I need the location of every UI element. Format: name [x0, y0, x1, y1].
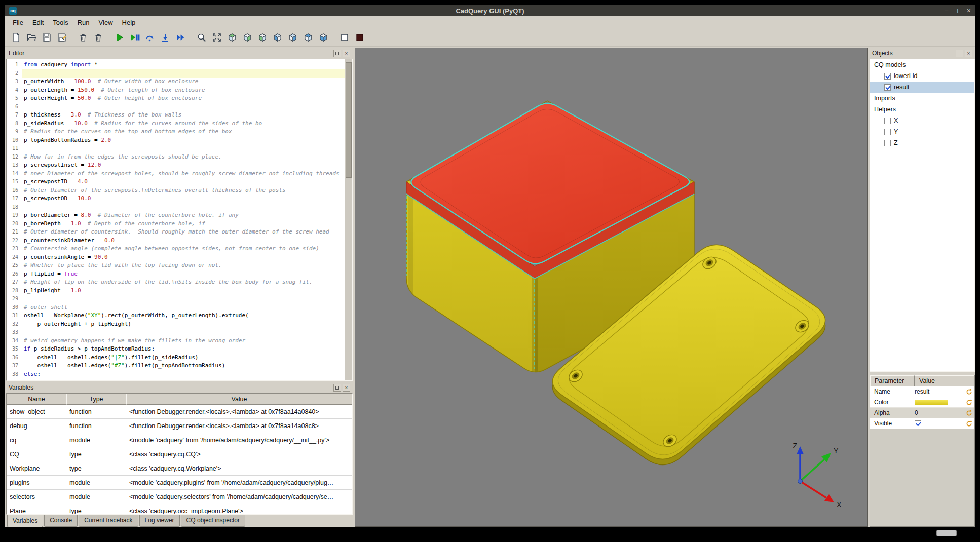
fit-all-button[interactable] — [210, 30, 223, 44]
variable-row-plugins[interactable]: pluginsmodule<module 'cadquery.plugins' … — [7, 476, 352, 490]
code-line[interactable]: 11 — [7, 144, 345, 153]
code-line[interactable]: 37 oshell = oshell.edges("#Z").fillet(p_… — [7, 362, 345, 370]
new-script-button[interactable] — [9, 30, 23, 44]
code-line[interactable]: 29 — [7, 295, 345, 303]
code-area[interactable]: 1from cadquery import *23p_outerWidth = … — [7, 59, 345, 380]
continue-button[interactable] — [173, 30, 187, 44]
code-line[interactable]: 31oshell = Workplane("XY").rect(p_outerW… — [7, 312, 345, 320]
debug-button[interactable] — [128, 30, 141, 44]
tree-item-lowerlid[interactable]: lowerLid — [870, 70, 974, 82]
code-line[interactable]: 12# How far in from the edges the screwp… — [7, 153, 345, 162]
code-line[interactable]: 33 — [7, 328, 345, 337]
code-line[interactable]: 23# Countersink angle (complete angle be… — [7, 245, 345, 253]
code-line[interactable]: 32 p_outerHeight + p_lipHeight) — [7, 320, 345, 329]
code-line[interactable]: 16# Outer Diameter of the screwposts.\nD… — [7, 186, 345, 195]
code-line[interactable]: 5p_outerHeight = 50.0 # Outer height of … — [7, 94, 345, 103]
tab-current-traceback[interactable]: Current traceback — [79, 515, 138, 527]
code-line[interactable]: 25# Whether to place the lid with the to… — [7, 261, 345, 270]
code-editor[interactable]: 1from cadquery import *23p_outerWidth = … — [6, 59, 353, 381]
code-line[interactable]: 26p_flipLid = True — [7, 270, 345, 279]
step-over-button[interactable] — [143, 30, 157, 44]
stop-button[interactable] — [353, 30, 366, 44]
code-line[interactable]: 19p_boreDiameter = 8.0 # Diameter of the… — [7, 211, 345, 220]
code-line[interactable]: 4p_outerLength = 150.0 # Outer length of… — [7, 86, 345, 95]
reset-icon[interactable] — [963, 399, 974, 406]
variables-float-button[interactable] — [333, 384, 341, 392]
tree-item-result[interactable]: result — [870, 82, 974, 93]
code-line[interactable]: 13p_screwpostInset = 12.0 — [7, 161, 345, 170]
code-line[interactable]: 1from cadquery import * — [7, 61, 345, 69]
editor-scrollbar-thumb[interactable] — [346, 62, 352, 178]
minimize-button[interactable]: − — [944, 6, 948, 16]
tree-item-helpers[interactable]: Helpers — [870, 104, 974, 115]
objects-close-button[interactable]: × — [965, 50, 972, 57]
column-header-type[interactable]: Type — [66, 394, 126, 405]
save-script-button[interactable] — [40, 30, 53, 44]
tree-item-y[interactable]: Y — [870, 126, 974, 137]
tree-item-x[interactable]: X — [870, 115, 974, 126]
menu-run[interactable]: Run — [73, 17, 94, 28]
code-line[interactable]: 20p_boreDepth = 1.0 # Depth of the count… — [7, 220, 345, 228]
param-value[interactable] — [915, 420, 963, 427]
viewport-3d[interactable]: Z Y X — [355, 48, 868, 527]
code-line[interactable]: 34# weird geometry happens if we make th… — [7, 337, 345, 345]
right-view-button[interactable] — [286, 30, 299, 44]
code-line[interactable]: 28p_lipHeight = 1.0 — [7, 287, 345, 295]
tab-log-viewer[interactable]: Log viewer — [139, 515, 180, 527]
menu-edit[interactable]: Edit — [28, 17, 48, 28]
checkbox[interactable] — [884, 73, 891, 80]
code-line[interactable]: 21# Outer diameter of countersink. Shoul… — [7, 228, 345, 237]
top-view-button[interactable] — [301, 30, 315, 44]
editor-scrollbar[interactable] — [345, 59, 352, 380]
open-script-button[interactable] — [24, 30, 38, 44]
checkbox[interactable] — [884, 129, 891, 135]
param-value[interactable] — [915, 400, 963, 405]
code-line[interactable]: 22p_countersinkDiameter = 0.0 — [7, 237, 345, 245]
code-line[interactable]: 35if p_sideRadius > p_topAndBottomRadius… — [7, 345, 345, 354]
objects-float-button[interactable] — [956, 50, 963, 57]
checkbox[interactable] — [884, 84, 891, 91]
tree-item-cq-models[interactable]: CQ models — [870, 59, 974, 70]
titlebar[interactable]: cq CadQuery GUI (PyQT) − + × — [5, 5, 975, 16]
variables-close-button[interactable]: × — [343, 384, 350, 392]
cad-scene[interactable]: Z Y X — [355, 48, 868, 527]
reset-icon[interactable] — [963, 420, 974, 427]
menu-file[interactable]: File — [8, 17, 28, 28]
code-line[interactable]: 9# Radius for the curves on the top and … — [7, 128, 345, 136]
close-button[interactable]: × — [967, 6, 971, 16]
save-as-button[interactable] — [55, 30, 68, 44]
variable-row-cq[interactable]: cqmodule<module 'cadquery' from '/home/a… — [7, 433, 352, 447]
code-line[interactable]: 30# outer shell — [7, 303, 345, 312]
bottom-view-button[interactable] — [316, 30, 330, 44]
menu-help[interactable]: Help — [118, 17, 140, 28]
code-line[interactable]: 14# nner Diameter of the screwpost holes… — [7, 170, 345, 178]
code-line[interactable]: 39 oshell = oshell.edges("#Z").fillet(p_… — [7, 378, 345, 380]
code-line[interactable]: 24p_countersinkAngle = 90.0 — [7, 253, 345, 262]
code-line[interactable]: 27# Height of lip on the underside of th… — [7, 278, 345, 287]
code-line[interactable]: 6 — [7, 103, 345, 111]
column-header-name[interactable]: Name — [7, 394, 66, 405]
tab-console[interactable]: Console — [44, 515, 78, 527]
code-line[interactable]: 17p_screwpostOD = 10.0 — [7, 195, 345, 203]
code-line[interactable]: 7p_thickness = 3.0 # Thickness of the bo… — [7, 111, 345, 120]
column-header-value[interactable]: Value — [126, 394, 352, 405]
reset-icon[interactable] — [963, 410, 974, 416]
checkbox[interactable] — [884, 140, 891, 146]
left-view-button[interactable] — [271, 30, 284, 44]
variable-row-selectors[interactable]: selectorsmodule<module 'cadquery.selecto… — [7, 490, 352, 504]
render-button[interactable] — [112, 30, 126, 44]
code-line[interactable]: 8p_sideRadius = 10.0 # Radius for the cu… — [7, 120, 345, 128]
code-line[interactable]: 15p_screwpostID = 4.0 — [7, 178, 345, 186]
zoom-button[interactable] — [195, 30, 208, 44]
step-into-button[interactable] — [158, 30, 172, 44]
front-view-button[interactable] — [240, 30, 254, 44]
maximize-button[interactable]: + — [956, 6, 960, 16]
code-line[interactable]: 38else: — [7, 370, 345, 379]
checkbox[interactable] — [884, 118, 891, 124]
code-line[interactable]: 18 — [7, 203, 345, 212]
variable-row-debug[interactable]: debugfunction<function Debugger.render.<… — [7, 419, 352, 433]
editor-float-button[interactable] — [333, 50, 341, 57]
menu-tools[interactable]: Tools — [48, 17, 72, 28]
tab-cq-object-inspector[interactable]: CQ object inspector — [181, 515, 245, 527]
editor-close-button[interactable]: × — [343, 50, 350, 57]
